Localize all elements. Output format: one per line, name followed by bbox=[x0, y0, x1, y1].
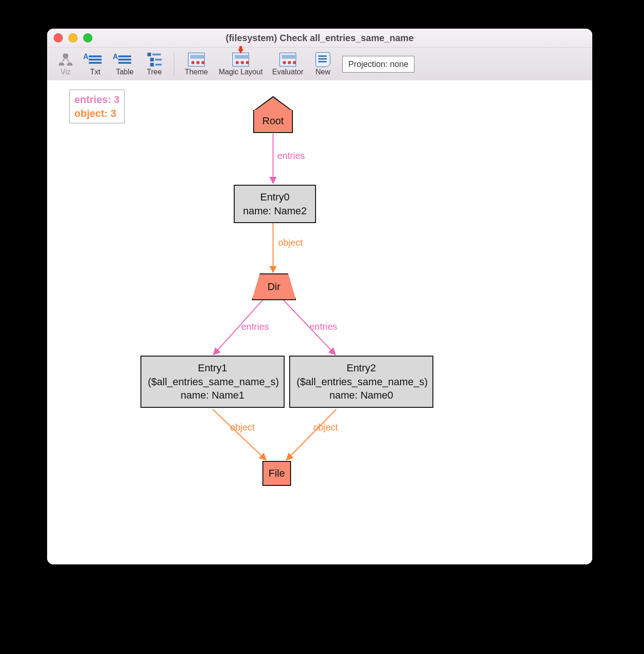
node-entry2[interactable]: Entry2 ($all_entries_same_name_s) name: … bbox=[289, 356, 433, 408]
tree-label: Tree bbox=[147, 68, 162, 76]
magic-layout-button[interactable]: Magic Layout bbox=[214, 50, 267, 79]
node-entry2-name: name: Name0 bbox=[297, 388, 426, 402]
table-label: Table bbox=[116, 68, 134, 76]
legend-entries: entries: 3 bbox=[74, 93, 120, 107]
node-root-label: Root bbox=[253, 110, 293, 133]
theme-button[interactable]: Theme bbox=[179, 50, 214, 79]
close-icon[interactable] bbox=[54, 33, 63, 42]
node-entry0-name: name: Name2 bbox=[241, 204, 309, 218]
toolbar-separator bbox=[174, 52, 174, 77]
node-entry2-title: Entry2 bbox=[297, 361, 426, 375]
txt-icon bbox=[87, 53, 103, 67]
node-entry2-anno: ($all_entries_same_name_s) bbox=[297, 375, 426, 389]
tree-button[interactable]: Tree bbox=[140, 50, 169, 79]
node-dir[interactable]: Dir bbox=[252, 273, 296, 300]
node-entry0[interactable]: Entry0 name: Name2 bbox=[234, 185, 316, 223]
txt-button[interactable]: Txt bbox=[80, 50, 110, 79]
viz-label: Viz bbox=[61, 68, 71, 76]
table-icon bbox=[116, 53, 133, 67]
app-window: (filesystem) Check all_entries_same_name… bbox=[47, 29, 592, 564]
new-label: New bbox=[316, 68, 330, 76]
edge-label-object: object bbox=[278, 237, 303, 248]
node-entry0-title: Entry0 bbox=[241, 190, 309, 204]
node-dir-label: Dir bbox=[252, 273, 296, 300]
edge-label-object: object bbox=[230, 422, 255, 433]
minimize-icon[interactable] bbox=[68, 33, 78, 42]
table-button[interactable]: Table bbox=[110, 50, 140, 79]
node-entry1[interactable]: Entry1 ($all_entries_same_name_s) name: … bbox=[140, 356, 285, 408]
node-entry1-anno: ($all_entries_same_name_s) bbox=[148, 375, 277, 389]
svg-line-5 bbox=[286, 409, 336, 460]
new-button[interactable]: New bbox=[308, 50, 338, 79]
evaluator-label: Evaluator bbox=[272, 68, 304, 76]
window-title: (filesystem) Check all_entries_same_name bbox=[47, 33, 592, 43]
edge-label-entries: entries bbox=[277, 151, 305, 161]
titlebar: (filesystem) Check all_entries_same_name bbox=[47, 29, 592, 48]
viz-button[interactable]: Viz bbox=[51, 50, 80, 79]
legend-box: entries: 3 object: 3 bbox=[69, 90, 125, 123]
viz-icon bbox=[57, 53, 74, 67]
node-entry1-name: name: Name1 bbox=[148, 388, 277, 402]
txt-label: Txt bbox=[90, 68, 100, 76]
magic-layout-label: Magic Layout bbox=[219, 68, 262, 76]
edge-label-entries: entries bbox=[310, 321, 337, 332]
tree-icon bbox=[146, 53, 163, 67]
magic-layout-icon bbox=[232, 53, 249, 67]
evaluator-button[interactable]: Evaluator bbox=[267, 50, 308, 79]
edge-label-entries: entries bbox=[241, 321, 269, 332]
legend-object: object: 3 bbox=[74, 107, 120, 121]
edge-label-object: object bbox=[313, 422, 338, 433]
new-icon bbox=[315, 53, 331, 67]
window-controls bbox=[54, 33, 92, 42]
theme-icon bbox=[188, 53, 205, 67]
theme-label: Theme bbox=[185, 68, 208, 76]
diagram-canvas[interactable]: entries: 3 object: 3 bbox=[47, 80, 592, 564]
node-entry1-title: Entry1 bbox=[148, 361, 277, 375]
toolbar: Viz Txt Table bbox=[47, 48, 592, 81]
svg-line-4 bbox=[213, 409, 266, 460]
node-file-label: File bbox=[262, 461, 291, 486]
zoom-icon[interactable] bbox=[83, 33, 92, 42]
projection-label: Projection: none bbox=[348, 60, 408, 69]
projection-dropdown[interactable]: Projection: none bbox=[342, 56, 414, 73]
evaluator-icon bbox=[279, 53, 296, 67]
node-file[interactable]: File bbox=[262, 461, 291, 486]
node-root[interactable]: Root bbox=[253, 96, 293, 133]
